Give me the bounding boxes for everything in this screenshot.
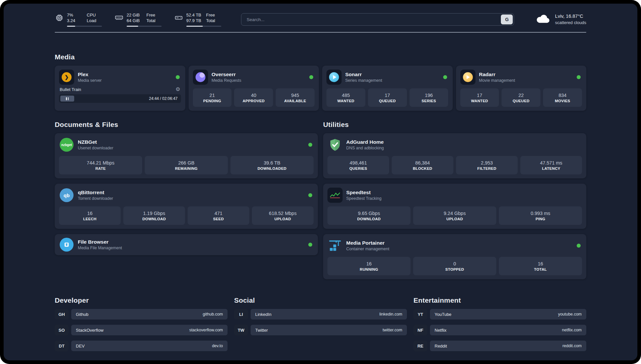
stat-value: 1.19 Gbps <box>143 211 165 216</box>
stat-value: 9.65 Gbps <box>358 211 380 216</box>
app-name[interactable]: Speedtest <box>346 190 382 196</box>
bookmark-abbr: TW <box>234 325 248 335</box>
stat-value: 22 <box>518 93 524 98</box>
stat-label: STOPPED <box>445 267 464 271</box>
search-bar: G <box>241 13 514 26</box>
nzbget-card[interactable]: nzbget NZBGet Usenet downloader 744.21 M… <box>55 133 318 178</box>
stat-value: 0.993 ms <box>531 211 550 216</box>
bookmark-reddit[interactable]: RE Redditreddit.com <box>413 341 586 351</box>
portainer-icon[interactable] <box>327 238 343 253</box>
portainer-card[interactable]: Media Portainer Container management 16 … <box>323 234 586 279</box>
overseerr-icon[interactable] <box>193 70 208 85</box>
bookmark-url: stackoverflow.com <box>189 328 223 332</box>
container-crane-icon <box>328 239 342 253</box>
stat-value: 9.24 Gbps <box>444 211 466 216</box>
stat-queued: 22 QUEUED <box>502 88 540 107</box>
app-name[interactable]: qBittorrent <box>78 190 113 196</box>
player-progress-bar[interactable]: 24:44 / 02:06:47 <box>59 94 181 103</box>
stat-label: REMAINING <box>175 167 198 170</box>
cpu-load-value: 3.24 <box>67 18 83 23</box>
pause-button[interactable] <box>60 96 74 102</box>
overseerr-card[interactable]: Overseerr Media Requests 21 PENDING 40 A… <box>189 66 319 111</box>
stat-label: PENDING <box>203 99 221 103</box>
filebrowser-card[interactable]: File Browser Media File Management <box>55 234 318 255</box>
app-name[interactable]: NZBGet <box>78 139 113 145</box>
status-dot <box>577 75 581 79</box>
stat-label: DOWNLOAD <box>357 217 381 221</box>
bookmark-twitter[interactable]: TW Twittertwitter.com <box>234 325 407 335</box>
memory-free-value: 22 GiB <box>127 12 143 18</box>
status-dot <box>308 243 312 247</box>
stat-value: 0 <box>453 261 456 266</box>
stat-value: 47.571 ms <box>540 160 563 166</box>
adguard-card[interactable]: AdGuard Home DNS and adblocking 498,461 … <box>323 133 586 178</box>
app-subtitle: Media Requests <box>212 78 241 83</box>
bookmark-abbr: SO <box>55 325 69 335</box>
app-name[interactable]: Radarr <box>479 72 515 77</box>
radarr-card[interactable]: Radarr Movie management 17 WANTED 22 QUE… <box>456 66 587 111</box>
bookmark-youtube[interactable]: YT YouTubeyoutube.com <box>413 309 586 319</box>
memory-free-label: Free <box>146 12 155 18</box>
app-name[interactable]: Media Portainer <box>346 240 389 246</box>
entertainment-section-title: Entertainment <box>413 296 586 304</box>
stat-movies: 834 MOVIES <box>543 88 582 107</box>
app-name[interactable]: File Browser <box>78 239 122 245</box>
stat-value: 485 <box>342 93 350 98</box>
search-input[interactable] <box>241 13 514 26</box>
disk-progress-track <box>186 26 221 27</box>
bookmark-github[interactable]: GH Githubgithub.com <box>55 309 228 319</box>
stat-seed: 471 SEED <box>188 206 249 225</box>
memory-total-label: Total <box>146 18 155 23</box>
app-name[interactable]: AdGuard Home <box>346 139 384 145</box>
filebrowser-icon[interactable] <box>59 237 74 252</box>
weather-widget[interactable]: Lviv, 16.87°C scattered clouds <box>534 13 586 26</box>
social-section: Social LI LinkedInlinkedin.com TW Twitte… <box>234 296 407 335</box>
plex-card[interactable]: Plex Media server Bullet Train 24:44 / 0… <box>55 66 185 111</box>
adguard-icon[interactable] <box>327 137 343 152</box>
weather-condition: scattered clouds <box>555 19 586 26</box>
bookmark-name: Twitter <box>255 328 268 333</box>
sonarr-card[interactable]: Sonarr Series management 485 WANTED 17 Q… <box>322 66 453 111</box>
disk-icon <box>174 14 183 22</box>
cloud-icon <box>534 13 551 26</box>
qbittorrent-icon[interactable]: qb <box>59 188 74 203</box>
bookmark-stackoverflow[interactable]: SO StackOverflowstackoverflow.com <box>55 325 228 335</box>
stat-label: TOTAL <box>534 267 547 271</box>
bookmark-netflix[interactable]: NF Netflixnetflix.com <box>413 325 586 335</box>
stat-value: 196 <box>425 93 433 98</box>
stat-ping: 0.993 ms PING <box>499 206 582 225</box>
stat-value: 16 <box>366 261 372 266</box>
qbittorrent-card[interactable]: qb qBittorrent Torrent downloader 16 LEE… <box>55 184 318 229</box>
radarr-icon[interactable] <box>460 70 475 85</box>
stat-label: SEED <box>213 217 224 221</box>
graph-line-icon <box>330 192 340 198</box>
gear-icon[interactable] <box>175 87 180 92</box>
bookmark-linkedin[interactable]: LI LinkedInlinkedin.com <box>234 309 407 319</box>
plex-chevron-icon <box>62 72 72 82</box>
status-dot <box>176 75 180 79</box>
weather-location: Lviv, 16.87°C <box>555 13 586 19</box>
speedtest-icon[interactable] <box>327 188 343 203</box>
stat-label: RATE <box>95 167 106 170</box>
nzbget-icon[interactable]: nzbget <box>59 137 74 152</box>
stat-value: 17 <box>477 93 482 98</box>
stat-label: RUNNING <box>360 267 378 271</box>
bookmark-abbr: LI <box>234 309 248 319</box>
app-name[interactable]: Sonarr <box>345 72 382 77</box>
stat-wanted: 17 WANTED <box>460 88 499 107</box>
stat-upload: 9.24 Gbps UPLOAD <box>413 206 496 225</box>
search-engine-button[interactable]: G <box>501 15 513 24</box>
speedtest-card[interactable]: Speedtest Speedtest Tracking 9.65 Gbps D… <box>323 184 586 229</box>
stat-label: UPLOAD <box>274 217 291 221</box>
stat-label: MOVIES <box>555 99 570 103</box>
sonarr-icon[interactable] <box>326 70 342 85</box>
pause-icon <box>66 97 67 100</box>
plex-icon[interactable] <box>59 70 74 85</box>
now-playing-title: Bullet Train <box>60 87 81 92</box>
app-name[interactable]: Plex <box>78 72 102 77</box>
bookmark-name: Github <box>76 312 88 317</box>
cpu-label: CPU <box>87 12 96 18</box>
memory-stat-widget: 22 GiB 64 GiB Free Total <box>114 12 162 27</box>
app-name[interactable]: Overseerr <box>212 72 241 77</box>
bookmark-dev[interactable]: DT DEVdev.to <box>55 341 228 351</box>
